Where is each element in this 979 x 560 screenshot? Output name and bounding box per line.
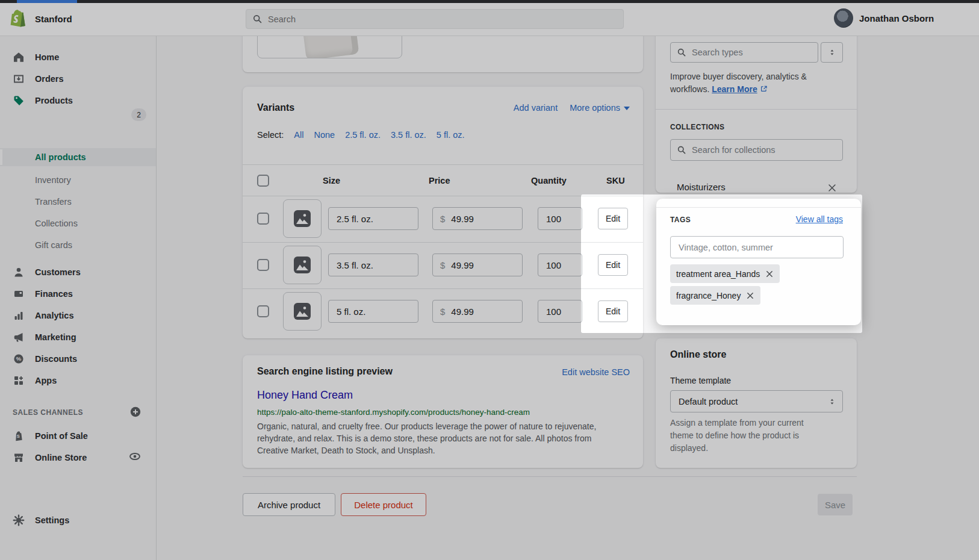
sidebar-item-finances[interactable]: Finances xyxy=(0,284,156,304)
sidebar-item-transfers[interactable]: Transfers xyxy=(0,191,156,212)
seo-card-title: Search engine listing preview xyxy=(257,366,393,377)
edit-sku-button[interactable]: Edit xyxy=(598,208,628,229)
size-input[interactable] xyxy=(328,254,418,276)
select-none-link[interactable]: None xyxy=(314,130,335,140)
home-icon xyxy=(13,51,25,63)
theme-template-label: Theme template xyxy=(670,376,731,385)
online-store-icon xyxy=(13,452,25,464)
sidebar-item-apps[interactable]: Apps xyxy=(0,370,156,391)
learn-more-link[interactable]: Learn More xyxy=(712,84,757,94)
edit-website-seo-link[interactable]: Edit website SEO xyxy=(562,367,630,377)
sidebar-item-settings[interactable]: Settings xyxy=(0,510,156,530)
svg-text:%: % xyxy=(16,355,22,362)
tag-pill: treatment area_Hands xyxy=(670,264,780,283)
edit-sku-button[interactable]: Edit xyxy=(598,254,628,276)
size-input[interactable] xyxy=(328,300,418,323)
edit-sku-button[interactable]: Edit xyxy=(598,300,628,322)
variants-card: Variants Add variant More options Select… xyxy=(243,87,643,338)
sidebar-item-gift-cards[interactable]: Gift cards xyxy=(0,235,156,255)
price-input[interactable]: $49.99 xyxy=(432,207,523,230)
sales-channels-heading: SALES CHANNELS xyxy=(13,408,83,417)
remove-tag-icon[interactable] xyxy=(746,291,754,300)
svg-text:S: S xyxy=(17,434,20,439)
customers-icon xyxy=(13,266,25,278)
select-all-checkbox[interactable] xyxy=(257,175,269,187)
variant-image-button[interactable] xyxy=(283,199,322,238)
discounts-icon: % xyxy=(13,353,25,365)
footer-divider xyxy=(243,476,857,477)
collection-item: Moisturizers xyxy=(677,182,726,192)
theme-template-select[interactable]: Default product xyxy=(670,390,843,412)
price-input[interactable]: $49.99 xyxy=(432,254,523,276)
image-placeholder-icon xyxy=(293,256,311,274)
variant-image-button[interactable] xyxy=(283,292,322,331)
remove-tag-icon[interactable] xyxy=(765,270,774,278)
sidebar-item-inventory[interactable]: Inventory xyxy=(0,170,156,190)
tags-label: TAGS xyxy=(670,216,691,224)
finances-icon xyxy=(13,288,25,300)
user-name[interactable]: Jonathan Osborn xyxy=(859,13,934,23)
apps-icon xyxy=(13,375,25,387)
add-sales-channel-icon[interactable] xyxy=(129,406,141,418)
delete-product-button[interactable]: Delete product xyxy=(341,493,426,516)
select-label: Select: xyxy=(257,130,284,140)
store-name: Stanford xyxy=(35,14,72,24)
global-search-field[interactable] xyxy=(246,9,624,29)
sidebar-item-analytics[interactable]: Analytics xyxy=(0,305,156,326)
search-types-field[interactable] xyxy=(670,42,818,63)
remove-collection-icon[interactable] xyxy=(827,182,838,193)
sidebar-item-products[interactable]: Products xyxy=(0,90,156,111)
view-online-store-eye-icon[interactable] xyxy=(128,450,141,463)
quantity-input[interactable] xyxy=(538,300,582,323)
more-options-link[interactable]: More options xyxy=(570,103,630,113)
save-button[interactable]: Save xyxy=(818,494,853,515)
sidebar-item-customers[interactable]: Customers xyxy=(0,262,156,282)
select-size-2-link[interactable]: 3.5 fl. oz. xyxy=(391,130,426,140)
column-header-sku: SKU xyxy=(606,176,625,185)
sidebar-item-orders[interactable]: Orders xyxy=(0,69,156,89)
add-variant-link[interactable]: Add variant xyxy=(514,103,558,113)
select-size-1-link[interactable]: 2.5 fl. oz. xyxy=(345,130,381,140)
search-icon xyxy=(252,14,263,24)
theme-template-help: Assign a template from your current them… xyxy=(670,417,846,455)
updown-stepper-icon xyxy=(828,48,836,57)
chevron-down-icon xyxy=(624,107,630,110)
sidebar-item-collections[interactable]: Collections xyxy=(0,213,156,234)
search-types-input[interactable] xyxy=(692,48,818,57)
variant-row-checkbox[interactable] xyxy=(257,213,269,225)
section-divider xyxy=(656,207,861,208)
user-avatar[interactable] xyxy=(834,8,853,28)
variant-image-button[interactable] xyxy=(283,246,322,284)
collections-search-field[interactable] xyxy=(670,139,843,161)
variant-row-checkbox[interactable] xyxy=(257,305,269,317)
variant-row-checkbox[interactable] xyxy=(257,259,269,271)
search-icon xyxy=(677,145,686,155)
quantity-input[interactable] xyxy=(538,254,582,276)
quantity-input[interactable] xyxy=(538,207,582,230)
select-size-3-link[interactable]: 5 fl. oz. xyxy=(437,130,465,140)
external-link-icon xyxy=(760,85,768,93)
type-stepper-button[interactable] xyxy=(821,42,843,63)
sidebar-item-marketing[interactable]: Marketing xyxy=(0,327,156,347)
sidebar-item-discounts[interactable]: % Discounts xyxy=(0,349,156,369)
sidebar-item-all-products[interactable]: All products xyxy=(0,148,156,166)
marketing-icon xyxy=(13,331,25,343)
tag-pill: fragrance_Honey xyxy=(670,286,760,305)
tags-input[interactable] xyxy=(670,236,844,258)
select-all-link[interactable]: All xyxy=(294,130,303,140)
shopify-logo-icon[interactable] xyxy=(8,8,28,30)
seo-page-title[interactable]: Honey Hand Cream xyxy=(257,389,353,402)
column-header-price: Price xyxy=(429,176,450,185)
sidebar-item-home[interactable]: Home xyxy=(0,47,156,67)
price-input[interactable]: $49.99 xyxy=(432,300,523,323)
sidebar-nav: Home Orders 2 Products All products Inve… xyxy=(0,36,157,560)
sidebar-item-point-of-sale[interactable]: S Point of Sale xyxy=(0,426,156,446)
variants-title: Variants xyxy=(257,102,294,113)
size-input[interactable] xyxy=(328,207,418,230)
analytics-icon xyxy=(13,310,25,322)
archive-product-button[interactable]: Archive product xyxy=(243,493,335,516)
view-all-tags-link[interactable]: View all tags xyxy=(796,214,843,224)
collections-search-input[interactable] xyxy=(692,145,842,155)
global-search-input[interactable] xyxy=(268,14,593,24)
collections-label: COLLECTIONS xyxy=(670,123,724,131)
